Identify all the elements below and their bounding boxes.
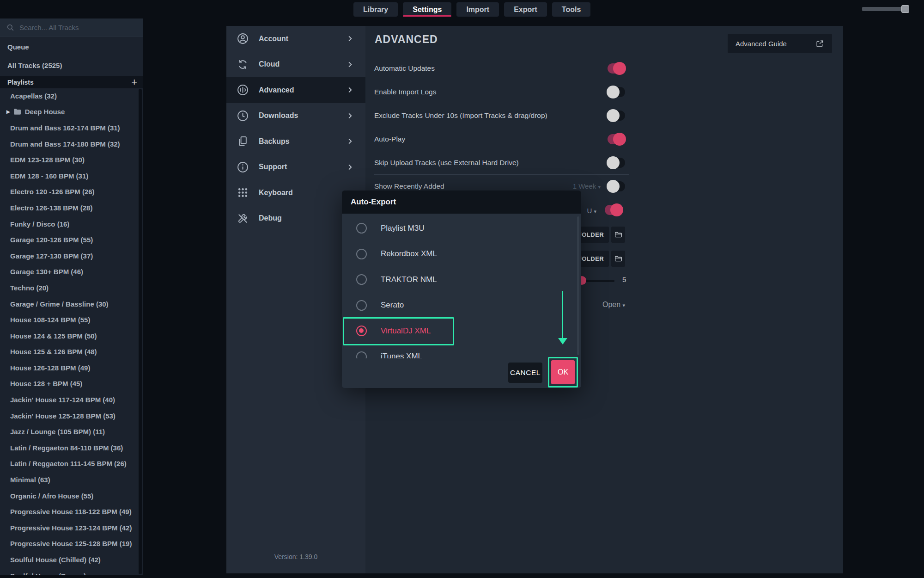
playlist-item[interactable]: ▶ Acapellas (32) [0,88,139,104]
ok-button[interactable]: OK [551,360,575,384]
playlist-item[interactable]: ▶ Minimal (63) [0,472,139,488]
playlist-item[interactable]: ▶ Techno (20) [0,280,139,296]
toggle-knob[interactable] [607,180,620,193]
playlist-item[interactable]: ▶ House 125 & 126 BPM (48) [0,344,139,360]
playlist-item-label: Jazz / Lounge (105 BPM) (11) [10,428,105,436]
playlist-item[interactable]: ▶ Funky / Disco (16) [0,216,139,232]
radio-button[interactable] [356,223,367,234]
radio-button[interactable] [356,249,367,259]
playlist-item[interactable]: ▶ Soulful House (Deep...) [0,568,139,575]
playlist-item[interactable]: ▶ Garage 127-130 BPM (37) [0,248,139,264]
toggle-switch[interactable] [608,87,625,97]
toggle-knob[interactable] [607,156,620,169]
playlist-item[interactable]: ▶ Organic / Afro House (55) [0,488,139,504]
setting-row: Exclude Tracks Under 10s (Import Tracks … [365,104,629,127]
advanced-icon [237,84,249,96]
auto-export-toggle[interactable] [605,205,622,215]
playlist-item[interactable]: ▶ Jackin' House 125-128 BPM (53) [0,408,139,424]
toggle-knob[interactable] [613,133,626,146]
playlist-item-label: Drum and Bass 162-174 BPM (31) [10,124,120,132]
playlist-item[interactable]: ▶ Drum and Bass 174-180 BPM (32) [0,136,139,152]
toggle-switch[interactable] [608,134,625,144]
toggle-knob[interactable] [607,86,620,98]
setting-row: Auto-Play [365,127,629,151]
playlist-item[interactable]: ▶ Progressive House 118-122 BPM (49) [0,504,139,520]
settings-nav-advanced[interactable]: Advanced [226,77,365,103]
playlist-item[interactable]: ▶ House 108-124 BPM (55) [0,312,139,328]
playlist-item[interactable]: ▶ Drum and Bass 162-174 BPM (31) [0,120,139,136]
recently-added-dropdown[interactable]: 1 Week ▾ [573,182,601,190]
toggle-knob[interactable] [610,203,623,216]
top-nav-tab[interactable]: Export [504,2,547,17]
playlist-item[interactable]: ▶ Jackin' House 117-124 BPM (40) [0,392,139,408]
cancel-button[interactable]: CANCEL [508,363,542,383]
playlist-item[interactable]: ▶ Progressive House 123-124 BPM (42) [0,520,139,536]
folder-browse-button[interactable] [611,251,625,267]
radio-button[interactable] [356,326,367,336]
toggle-switch[interactable] [608,111,625,121]
caret-right-icon[interactable]: ▶ [6,109,10,114]
top-nav-tab[interactable]: Tools [552,2,590,17]
playlist-item[interactable]: ▶ House 128 + BPM (45) [0,376,139,392]
playlist-item[interactable]: ▶ Garage / Grime / Bassline (30) [0,296,139,312]
export-format-option[interactable]: Serato [342,293,581,319]
toggle-switch[interactable] [608,63,625,74]
playlist-item[interactable]: ▶ EDM 123-128 BPM (30) [0,152,139,168]
playlist-item[interactable]: ▶ Deep House [0,104,139,120]
window-zoom-slider-handle[interactable] [901,5,909,13]
toggle-knob[interactable] [613,62,626,75]
playlist-item[interactable]: ▶ Jazz / Lounge (105 BPM) (11) [0,424,139,440]
export-format-option[interactable]: VirtualDJ XML [342,318,581,344]
chevron-right-icon [346,111,354,120]
export-format-option[interactable]: Rekordbox XML [342,241,581,267]
settings-nav-support[interactable]: Support [226,154,365,180]
playlist-item-label: Drum and Bass 174-180 BPM (32) [10,140,120,148]
playlist-item[interactable]: ▶ Electro 120 -126 BPM (26) [0,184,139,200]
dialog-scrollbar[interactable] [577,216,579,355]
top-nav: LibrarySettingsImportExportTools [353,2,590,17]
playlist-item[interactable]: ▶ Latin / Reggaeton 111-145 BPM (26) [0,456,139,472]
setting-label: Auto-Play [374,135,405,143]
radio-button[interactable] [356,351,367,358]
settings-nav-backups[interactable]: Backups [226,129,365,154]
export-format-option[interactable]: TRAKTOR NML [342,267,581,293]
playlist-item[interactable]: ▶ House 126-128 BPM (49) [0,360,139,376]
folder-browse-button[interactable] [611,227,625,243]
export-format-option[interactable]: iTunes XML [342,344,581,359]
top-nav-tab[interactable]: Library [353,2,398,17]
advanced-guide-button[interactable]: Advanced Guide [728,34,832,53]
toggle-switch[interactable] [608,181,625,191]
history-clock-icon [237,110,249,122]
settings-nav-downloads[interactable]: Downloads [226,103,365,129]
playlist-item-label: Electro 126-138 BPM (28) [10,204,92,212]
playlist-item[interactable]: ▶ Electro 126-138 BPM (28) [0,200,139,216]
settings-nav-cloud[interactable]: Cloud [226,52,365,78]
playlist-item[interactable]: ▶ Soulful House (Chilled) (42) [0,552,139,568]
playlist-item[interactable]: ▶ Latin / Reggaeton 84-110 BPM (36) [0,440,139,456]
export-format-option[interactable]: Playlist M3U [342,215,581,241]
playlist-item[interactable]: ▶ House 124 & 125 BPM (50) [0,328,139,344]
open-dropdown[interactable]: Open ▾ [602,301,625,309]
add-playlist-button[interactable]: + [131,77,137,87]
caret-down-icon: ▾ [598,184,601,190]
sidebar-item-queue[interactable]: Queue [0,38,143,56]
chevron-right-icon [346,34,354,43]
search-input[interactable] [19,24,135,31]
sidebar-scrollbar[interactable] [139,89,142,574]
playlist-item[interactable]: ▶ EDM 128 - 160 BPM (31) [0,168,139,184]
radio-button[interactable] [356,300,367,311]
toggle-knob[interactable] [607,109,620,122]
window-zoom-slider[interactable] [862,7,909,11]
settings-nav-account[interactable]: Account [226,26,365,52]
playlist-item[interactable]: ▶ Garage 120-126 BPM (55) [0,232,139,248]
top-nav-tab[interactable]: Import [456,2,499,17]
playlist-item-label: EDM 128 - 160 BPM (31) [10,172,88,180]
playlist-item-label: Progressive House 123-124 BPM (42) [10,524,132,532]
toggle-switch[interactable] [608,158,625,168]
top-nav-tab[interactable]: Settings [403,2,451,17]
playlist-item[interactable]: ▶ Garage 130+ BPM (46) [0,264,139,280]
sidebar-item-all-tracks[interactable]: All Tracks (2525) [0,56,143,75]
setting-label: Skip Upload Tracks (use External Hard Dr… [374,159,519,167]
radio-button[interactable] [356,274,367,285]
playlist-item[interactable]: ▶ Progressive House 125-128 BPM (19) [0,536,139,552]
